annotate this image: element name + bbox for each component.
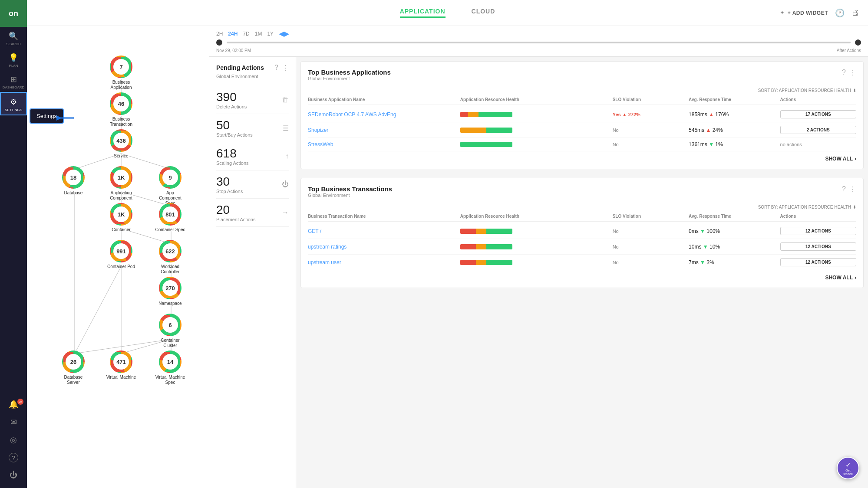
node-business-tx[interactable]: 46 Business Transaction	[106, 92, 136, 127]
time-btn-24h[interactable]: 24H	[228, 31, 238, 37]
notification-badge: 26	[17, 399, 23, 405]
apps-card-subtitle: Global Environment	[308, 76, 391, 81]
node-value-virtual-machine-spec: 14	[162, 354, 178, 370]
apps-help-icon[interactable]: ?	[842, 69, 846, 77]
time-btn-2h[interactable]: 2H	[216, 31, 223, 37]
sidebar-item-dashboard[interactable]: ⊞ DASHBOARD	[0, 70, 27, 92]
time-btn-1y[interactable]: 1Y	[267, 31, 274, 37]
print-icon[interactable]: 🖨	[851, 8, 859, 17]
node-business-app[interactable]: 7 Business Application	[106, 56, 136, 90]
app-logo[interactable]: on	[0, 0, 27, 27]
apps-row1-health	[460, 112, 613, 117]
settings-arrow-icon	[56, 114, 78, 124]
tx-row1-name[interactable]: GET /	[308, 228, 460, 234]
slider-label-left: Nov 29, 02:00 PM	[216, 48, 251, 53]
pending-actions-panel: Pending Actions ? ⋮ Global Environment 3…	[209, 57, 296, 488]
node-virtual-machine-spec[interactable]: 14 Virtual Machine Spec	[155, 350, 185, 385]
apps-row2-response: 545ms ▲ 24%	[689, 127, 780, 133]
sidebar-item-help[interactable]: ?	[0, 449, 27, 466]
slider-handle-right[interactable]	[855, 39, 861, 46]
node-value-virtual-machine: 471	[113, 354, 129, 370]
start-label: Start/Buy Actions	[216, 132, 253, 138]
start-icon: ☰	[283, 124, 289, 132]
scaling-label: Scaling Actions	[216, 160, 249, 166]
tx-show-all-button[interactable]: SHOW ALL ›	[308, 270, 856, 281]
node-label-workload-controller: Workload Controller	[155, 264, 185, 275]
pending-action-scaling: 618 Scaling Actions ↑	[216, 142, 289, 170]
svg-line-14	[75, 266, 121, 354]
apps-show-all-button[interactable]: SHOW ALL ›	[308, 151, 856, 162]
node-container-spec[interactable]: 801 Container Spec	[155, 203, 185, 233]
time-btn-1m[interactable]: 1M	[255, 31, 262, 37]
pending-action-placement: 20 Placement Actions →	[216, 199, 289, 227]
node-container-pod[interactable]: 991 Container Pod	[106, 240, 136, 269]
mail-icon: ✉	[10, 417, 17, 427]
chevron-right-icon: ›	[855, 156, 856, 162]
node-container-cluster[interactable]: 6 Container Cluster	[155, 314, 185, 348]
slider-handle-left[interactable]	[216, 39, 222, 46]
tx-sort-bar[interactable]: SORT BY: APPLICATION RESOURCE HEALTH ⬇	[308, 205, 856, 210]
help-icon: ?	[9, 453, 18, 462]
help-circle-icon[interactable]: ?	[274, 64, 278, 72]
sidebar-item-mail[interactable]: ✉	[0, 413, 27, 431]
tx-row2-actions-btn[interactable]: 12 ACTIONS	[780, 242, 856, 251]
apps-row1-name[interactable]: SEDemoRobot OCP 4.7 AWS AdvEng	[308, 111, 460, 118]
tx-row1-slo: No	[613, 229, 689, 234]
search-icon: 🔍	[9, 31, 18, 41]
sidebar-item-notifications[interactable]: 🔔 26	[0, 395, 27, 413]
node-container[interactable]: 1K Container	[106, 203, 136, 233]
range-icon: ◀▶	[279, 29, 289, 38]
stop-label: Stop Actions	[216, 189, 243, 194]
apps-row1-response: 1858ms ▲ 176%	[689, 111, 780, 118]
tx-row2-health	[460, 244, 613, 249]
sidebar-item-search[interactable]: 🔍 SEARCH	[0, 27, 27, 49]
apps-more-icon[interactable]: ⋮	[849, 69, 856, 77]
node-virtual-machine[interactable]: 471 Virtual Machine	[106, 350, 136, 380]
tx-row1-actions-btn[interactable]: 12 ACTIONS	[780, 227, 856, 235]
tx-row2-name[interactable]: upstream ratings	[308, 244, 460, 250]
node-value-business-app: 7	[113, 59, 129, 75]
apps-row2-actions-btn[interactable]: 2 ACTIONS	[780, 126, 856, 134]
add-widget-button[interactable]: ＋ + ADD WIDGET	[779, 9, 828, 16]
node-circle-business-app: 7	[110, 56, 132, 78]
node-database[interactable]: 18 Database	[58, 166, 89, 196]
dashboard-icon: ⊞	[10, 75, 17, 84]
node-namespace[interactable]: 270 Namespace	[155, 277, 185, 306]
node-workload-controller[interactable]: 622 Workload Controller	[155, 240, 185, 275]
sidebar-item-plan[interactable]: 💡 PLAN	[0, 49, 27, 70]
tx-row3-name[interactable]: upstream user	[308, 259, 460, 265]
node-app-component[interactable]: 1K Application Component	[106, 166, 136, 201]
scaling-icon: ↑	[285, 152, 289, 160]
node-service[interactable]: 436 Service	[106, 129, 136, 159]
slider-track[interactable]	[227, 42, 851, 43]
node-app-component-spec[interactable]: 9 App Component Spec	[155, 166, 185, 206]
tx-row1-response: 0ms ▼ 100%	[689, 228, 780, 234]
apps-sort-bar[interactable]: SORT BY: APPLICATION RESOURCE HEALTH ⬇	[308, 88, 856, 93]
get-started-button[interactable]: ✓ Getstarted	[837, 457, 859, 479]
node-database-server[interactable]: 26 Database Server	[58, 350, 89, 385]
apps-card-title: Top Business Applications	[308, 69, 391, 76]
node-circle-namespace: 270	[159, 277, 182, 299]
delete-count: 390	[216, 90, 247, 104]
apps-row3-slo: No	[613, 142, 689, 147]
sidebar-item-power[interactable]: ⏻	[0, 466, 27, 484]
time-btn-7d[interactable]: 7D	[243, 31, 249, 37]
apps-row3-name[interactable]: StressWeb	[308, 141, 460, 147]
history-icon[interactable]: 🕐	[835, 8, 845, 18]
sidebar-item-settings[interactable]: ⚙ SETTINGS	[0, 92, 27, 115]
tab-cloud[interactable]: CLOUD	[472, 8, 495, 18]
placement-count: 20	[216, 203, 256, 217]
more-options-icon[interactable]: ⋮	[282, 64, 289, 72]
sidebar-item-globe[interactable]: ◎	[0, 431, 27, 449]
apps-row2-name[interactable]: Shopizer	[308, 127, 460, 133]
slider-label-right: After Actions	[837, 48, 861, 53]
apps-row1-actions-btn[interactable]: 17 ACTIONS	[780, 110, 856, 118]
tx-more-icon[interactable]: ⋮	[849, 185, 856, 193]
apps-row-3: StressWeb No 1361ms ▼ 1% no actions	[308, 138, 856, 151]
tx-row3-actions-btn[interactable]: 12 ACTIONS	[780, 258, 856, 266]
node-circle-database-server: 26	[62, 350, 85, 373]
plus-icon: ＋	[779, 9, 785, 16]
delete-label: Delete Actions	[216, 104, 247, 109]
tab-application[interactable]: APPLICATION	[400, 8, 446, 18]
tx-help-icon[interactable]: ?	[842, 185, 846, 193]
